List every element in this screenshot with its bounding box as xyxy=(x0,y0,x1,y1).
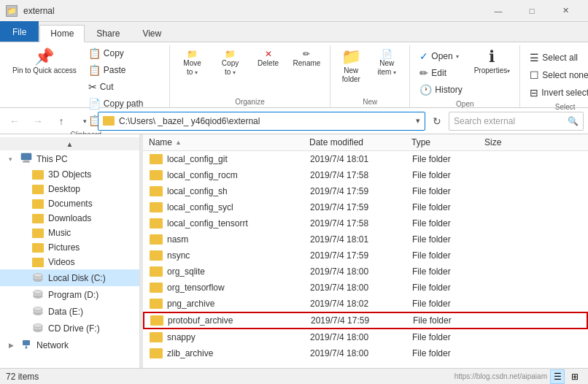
properties-label: Properties▾ xyxy=(474,66,511,75)
details-view-button[interactable]: ☰ xyxy=(550,369,565,384)
ribbon-tabs: File Home Share View xyxy=(0,22,588,42)
file-row[interactable]: local_config_git2019/7/4 18:01File folde… xyxy=(143,151,588,167)
move-to-button[interactable]: 📁 Moveto ▾ xyxy=(174,45,211,80)
file-row[interactable]: org_tensorflow2019/7/4 18:00File folder xyxy=(143,280,588,296)
videos-icon xyxy=(32,258,44,267)
copy-path-label: Copy path xyxy=(104,99,144,109)
invert-selection-button[interactable]: ⊟ Invert selection xyxy=(525,85,588,101)
refresh-button[interactable]: ↻ xyxy=(428,112,446,131)
sidebar-items: ▾This PC3D ObjectsDesktopDocumentsDownlo… xyxy=(0,150,139,353)
file-date: 2019/7/4 17:58 xyxy=(310,218,412,229)
file-name: png_archive xyxy=(150,299,310,309)
sidebar-item-program-d[interactable]: Program (D:) xyxy=(0,286,139,303)
sidebar-label-3d-objects: 3D Objects xyxy=(48,169,91,180)
file-row[interactable]: png_archive2019/7/4 18:02File folder xyxy=(143,296,588,312)
edit-button[interactable]: ✏ Edit xyxy=(414,65,467,81)
folder-icon xyxy=(150,202,163,212)
invert-label: Invert selection xyxy=(541,88,588,98)
recent-locations-button[interactable]: ▾ xyxy=(74,111,95,131)
title-bar: 📁 external — □ ✕ xyxy=(0,0,588,22)
tab-home[interactable]: Home xyxy=(39,25,85,42)
header-date[interactable]: Date modified xyxy=(309,137,411,147)
folder-icon xyxy=(150,283,163,293)
file-name: local_config_git xyxy=(150,154,310,164)
svg-point-16 xyxy=(26,347,28,349)
svg-rect-0 xyxy=(21,153,31,160)
delete-button[interactable]: ✕ Delete xyxy=(250,45,287,72)
file-name-text: zlib_archive xyxy=(167,348,213,358)
file-name-text: snappy xyxy=(167,332,196,342)
up-button[interactable]: ↑ xyxy=(51,111,71,131)
history-label: History xyxy=(435,85,462,95)
tab-view[interactable]: View xyxy=(131,24,172,42)
file-row[interactable]: local_config_rocm2019/7/4 17:58File fold… xyxy=(143,167,588,183)
sidebar-item-3d-objects[interactable]: 3D Objects xyxy=(0,167,139,182)
new-items: 📁 Newfolder 📄 Newitem ▾ xyxy=(335,45,405,96)
new-item-button[interactable]: 📄 Newitem ▾ xyxy=(368,45,405,80)
sidebar-item-cd-drive-f[interactable]: CD Drive (F:) xyxy=(0,320,139,337)
sidebar-item-local-disk-c[interactable]: Local Disk (C:) xyxy=(0,269,139,286)
tab-share[interactable]: Share xyxy=(85,24,131,42)
file-row[interactable]: local_config_sycl2019/7/4 17:59File fold… xyxy=(143,199,588,215)
status-bar: 72 items https://blog.csdn.net/aipaiam ☰… xyxy=(0,368,588,384)
back-button[interactable]: ← xyxy=(4,111,25,131)
history-button[interactable]: 🕐 History xyxy=(414,82,467,98)
file-row[interactable]: protobuf_archive2019/7/4 17:59File folde… xyxy=(143,312,588,329)
select-none-label: Select none xyxy=(542,70,588,80)
sidebar-item-network[interactable]: ▶Network xyxy=(0,337,139,353)
copy-to-button[interactable]: 📁 Copyto ▾ xyxy=(212,45,249,80)
file-row[interactable]: org_sqlite2019/7/4 18:00File folder xyxy=(143,264,588,280)
properties-button[interactable]: ℹ Properties▾ xyxy=(469,45,516,79)
forward-button[interactable]: → xyxy=(28,111,48,131)
new-folder-button[interactable]: 📁 Newfolder xyxy=(335,45,367,88)
sidebar-item-music[interactable]: Music xyxy=(0,226,139,240)
sidebar-item-downloads[interactable]: Downloads xyxy=(0,211,139,226)
desktop-icon xyxy=(32,185,44,194)
main-area: ▲ ▾This PC3D ObjectsDesktopDocumentsDown… xyxy=(0,134,588,368)
maximize-button[interactable]: □ xyxy=(515,0,549,22)
svg-rect-1 xyxy=(23,161,29,162)
search-icon: 🔍 xyxy=(568,116,579,126)
new-folder-icon: 📁 xyxy=(341,49,361,65)
file-row[interactable]: local_config_tensorrt2019/7/4 17:58File … xyxy=(143,215,588,231)
select-none-button[interactable]: ☐ Select none xyxy=(525,67,588,83)
sidebar-item-this-pc[interactable]: ▾This PC xyxy=(0,150,139,167)
sidebar-item-pictures[interactable]: Pictures xyxy=(0,240,139,255)
large-icons-view-button[interactable]: ⊞ xyxy=(568,369,582,384)
properties-icon: ℹ xyxy=(489,49,495,65)
sidebar-scroll-up[interactable]: ▲ xyxy=(0,137,139,150)
copy-path-button[interactable]: 📄 Copy path xyxy=(83,96,165,112)
tab-file[interactable]: File xyxy=(0,21,39,42)
sidebar-item-videos[interactable]: Videos xyxy=(0,255,139,269)
file-row[interactable]: zlib_archive2019/7/4 18:00File folder xyxy=(143,345,588,361)
sidebar-item-documents[interactable]: Documents xyxy=(0,196,139,211)
file-name-text: local_config_sycl xyxy=(167,202,233,212)
header-size[interactable]: Size xyxy=(484,137,582,147)
file-row[interactable]: local_config_sh2019/7/4 17:59File folder xyxy=(143,183,588,199)
paste-button[interactable]: 📋 Paste xyxy=(83,62,165,78)
file-type: File folder xyxy=(413,315,486,326)
select-all-button[interactable]: ☰ Select all xyxy=(525,50,583,66)
file-name: local_config_sh xyxy=(150,186,310,196)
select-none-icon: ☐ xyxy=(530,69,539,81)
file-date: 2019/7/4 18:00 xyxy=(310,283,412,293)
pictures-icon xyxy=(32,243,44,253)
network-icon xyxy=(20,339,32,351)
cut-button[interactable]: ✂ Cut xyxy=(83,79,165,95)
sidebar-item-data-e[interactable]: Data (E:) xyxy=(0,303,139,320)
open-button[interactable]: ✓ Open ▾ xyxy=(414,48,467,64)
rename-button[interactable]: ✏ Rename xyxy=(288,45,326,72)
search-box[interactable]: Search external 🔍 xyxy=(449,112,584,131)
file-row[interactable]: nsync2019/7/4 17:59File folder xyxy=(143,247,588,264)
sidebar-label-program-d: Program (D:) xyxy=(48,290,98,300)
file-row[interactable]: snappy2019/7/4 18:00File folder xyxy=(143,329,588,345)
pin-to-quick-access-button[interactable]: 📌 Pin to Quick access xyxy=(7,45,82,79)
file-row[interactable]: nasm2019/7/4 18:01File folder xyxy=(143,231,588,247)
header-name[interactable]: Name ▲ xyxy=(149,137,309,147)
close-button[interactable]: ✕ xyxy=(549,0,582,22)
address-bar[interactable]: C:\Users\ _bazel_ y46qiod6\external ▾ xyxy=(98,112,425,131)
copy-button[interactable]: 📋 Copy xyxy=(83,45,165,61)
minimize-button[interactable]: — xyxy=(481,0,515,22)
sidebar-item-desktop[interactable]: Desktop xyxy=(0,182,139,196)
header-type[interactable]: Type xyxy=(411,137,484,147)
